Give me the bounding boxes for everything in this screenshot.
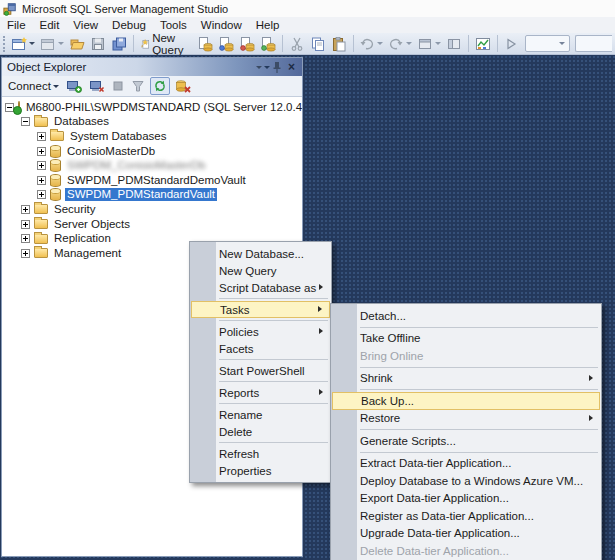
activity-monitor-button[interactable] [473,34,493,54]
menu-item-shrink[interactable]: Shrink [332,370,600,388]
new-item-dropdown-caret[interactable] [29,42,35,45]
navigate-window-button[interactable] [415,34,443,54]
menu-item-restore[interactable]: Restore [332,410,600,428]
folder-icon [50,131,64,141]
tree-item-security[interactable]: Security [2,202,302,217]
expand-toggle-icon[interactable] [21,234,30,243]
menu-item-detach[interactable]: Detach... [332,307,600,325]
add-item-button[interactable] [38,34,66,54]
tree-item-label: SWPDM_PDMStandardDemoVault [65,174,248,187]
filter-button[interactable] [129,77,147,95]
menu-item-properties[interactable]: Properties [191,462,330,479]
toolbar-grip-handle[interactable] [3,36,6,52]
menu-item-new-database[interactable]: New Database... [191,245,330,262]
menu-item-label: Restore [360,412,400,424]
tree-item-conisiomasterdb[interactable]: ConisioMasterDb [2,144,302,159]
tree-item-swpdm-pdmstandarddemovault[interactable]: SWPDM_PDMStandardDemoVault [2,173,302,188]
cut-button[interactable] [287,34,307,54]
expand-toggle-icon[interactable] [21,249,30,258]
menubar-item-view[interactable]: View [66,18,105,32]
menu-item-generate-scripts[interactable]: Generate Scripts... [332,432,600,450]
menubar-item-window[interactable]: Window [194,18,249,32]
secondary-combobox[interactable] [575,35,612,52]
folder-icon [34,204,48,214]
connect-dropdown-button[interactable]: Connect [6,77,61,95]
stop-button[interactable] [110,77,126,95]
save-button[interactable] [88,34,108,54]
navigate-window-dropdown-caret[interactable] [435,42,441,45]
redo-button[interactable] [386,34,414,54]
remove-connection-button[interactable] [173,77,193,95]
menubar-item-debug[interactable]: Debug [105,18,153,32]
add-item-dropdown-caret[interactable] [58,42,64,45]
menubar-item-help[interactable]: Help [249,18,287,32]
server-icon [18,101,20,114]
expand-toggle-icon[interactable] [37,132,46,141]
undo-dropdown-caret[interactable] [377,42,383,45]
menu-item-tasks[interactable]: Tasks [191,301,330,318]
copy-button[interactable] [308,34,328,54]
menu-item-rename[interactable]: Rename [191,406,330,423]
new-query-button[interactable]: New Query [138,34,194,54]
menu-item-extract-data-tier-application[interactable]: Extract Data-tier Application... [332,455,600,473]
close-panel-button[interactable]: × [284,60,299,74]
menu-item-facets[interactable]: Facets [191,340,330,357]
open-file-button[interactable] [67,34,87,54]
window-position-button[interactable] [254,60,269,74]
connect-object-explorer-button[interactable] [64,77,84,95]
analysis-xmla-query-button[interactable] [258,34,278,54]
new-item-icon [11,36,27,52]
expand-toggle-icon[interactable] [37,176,46,185]
expand-toggle-icon[interactable] [21,220,30,229]
paste-button[interactable] [329,34,349,54]
menu-item-back-up[interactable]: Back Up... [332,392,600,410]
menubar-item-edit[interactable]: Edit [33,18,67,32]
menu-item-label: Back Up... [361,395,414,407]
menu-item-export-data-tier-application[interactable]: Export Data-tier Application... [332,490,600,508]
menu-item-label: Facets [219,343,254,355]
menu-item-policies[interactable]: Policies [191,323,330,340]
redo-dropdown-caret[interactable] [406,42,412,45]
disconnect-object-explorer-button[interactable] [87,77,107,95]
menubar-item-tools[interactable]: Tools [153,18,194,32]
database-engine-query-button[interactable] [195,34,215,54]
menu-item-deploy-database-to-a-windows-azure-vm[interactable]: Deploy Database to a Windows Azure VM... [332,472,600,490]
menu-item-take-offline[interactable]: Take Offline [332,330,600,348]
tree-item-system-databases[interactable]: System Databases [2,129,302,144]
new-item-button[interactable] [9,34,37,54]
save-all-button[interactable] [109,34,129,54]
collapse-toggle-icon[interactable] [21,117,30,126]
menu-item-label: Upgrade Data-tier Application... [360,527,520,539]
menu-item-label: Rename [219,409,262,421]
menu-item-label: Start PowerShell [219,365,305,377]
expand-toggle-icon[interactable] [21,205,30,214]
expand-toggle-icon[interactable] [37,190,46,199]
menu-item-upgrade-data-tier-application[interactable]: Upgrade Data-tier Application... [332,525,600,543]
tree-item-swpdm-conisiomasterdb[interactable]: SWPDM_ConisioMasterDb [2,158,302,173]
combobox-dropdown-button[interactable] [555,37,568,50]
menu-item-start-powershell[interactable]: Start PowerShell [191,362,330,379]
tree-item-server-objects[interactable]: Server Objects [2,217,302,232]
tree-item-databases[interactable]: Databases [2,115,302,130]
menu-item-new-query[interactable]: New Query [191,262,330,279]
expand-toggle-icon[interactable] [37,161,46,170]
undo-button[interactable] [357,34,385,54]
menu-item-delete[interactable]: Delete [191,423,330,440]
menu-item-refresh[interactable]: Refresh [191,445,330,462]
menubar-item-file[interactable]: File [0,18,33,32]
analysis-dmx-query-button[interactable] [237,34,257,54]
debug-play-button[interactable] [502,34,520,54]
available-databases-combobox[interactable] [525,35,570,52]
analysis-mdx-query-button[interactable] [216,34,236,54]
refresh-button[interactable] [150,77,170,95]
menu-item-register-as-data-tier-application[interactable]: Register as Data-tier Application... [332,507,600,525]
properties-window-button[interactable] [444,34,464,54]
tree-item-m6800-phil-swpdmstandard-sql-server-12-0-4487-innc[interactable]: M6800-PHIL\SWPDMSTANDARD (SQL Server 12.… [2,100,302,115]
expand-toggle-icon[interactable] [37,147,46,156]
menu-item-reports[interactable]: Reports [191,384,330,401]
object-explorer-titlebar[interactable]: Object Explorer × [2,58,302,76]
menu-item-script-database-as[interactable]: Script Database as [191,279,330,296]
disconnect-server-icon [89,79,105,94]
auto-hide-pin-button[interactable] [269,60,284,74]
tree-item-swpdm-pdmstandardvault[interactable]: SWPDM_PDMStandardVault [2,188,302,203]
